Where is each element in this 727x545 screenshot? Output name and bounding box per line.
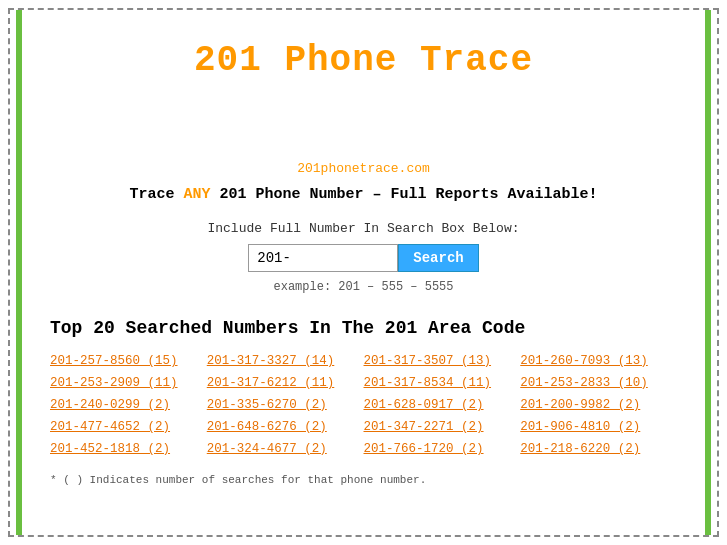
phone-link[interactable]: 201-766-1720 (2): [364, 440, 521, 458]
search-label: Include Full Number In Search Box Below:: [50, 221, 677, 236]
search-example: example: 201 – 555 – 5555: [50, 280, 677, 294]
phone-link[interactable]: 201-906-4810 (2): [520, 418, 677, 436]
tagline: Trace ANY 201 Phone Number – Full Report…: [50, 186, 677, 203]
phone-link[interactable]: 201-240-0299 (2): [50, 396, 207, 414]
search-row: Search: [50, 244, 677, 272]
phone-grid: 201-257-8560 (15)201-317-3327 (14)201-31…: [50, 352, 677, 458]
phone-link[interactable]: 201-253-2909 (11): [50, 374, 207, 392]
phone-link[interactable]: 201-257-8560 (15): [50, 352, 207, 370]
tagline-any: ANY: [183, 186, 210, 203]
phone-link[interactable]: 201-628-0917 (2): [364, 396, 521, 414]
page-title: 201 Phone Trace: [50, 40, 677, 81]
left-border-decoration: [16, 10, 22, 535]
outer-border: 201 Phone Trace 201phonetrace.com Trace …: [8, 8, 719, 537]
phone-link[interactable]: 201-317-6212 (11): [207, 374, 364, 392]
search-button[interactable]: Search: [398, 244, 478, 272]
phone-link[interactable]: 201-218-6220 (2): [520, 440, 677, 458]
phone-link[interactable]: 201-317-3327 (14): [207, 352, 364, 370]
site-url: 201phonetrace.com: [50, 161, 677, 176]
phone-link[interactable]: 201-317-3507 (13): [364, 352, 521, 370]
phone-link[interactable]: 201-317-8534 (11): [364, 374, 521, 392]
section-title: Top 20 Searched Numbers In The 201 Area …: [50, 318, 677, 338]
tagline-suffix: 201 Phone Number – Full Reports Availabl…: [210, 186, 597, 203]
tagline-prefix: Trace: [129, 186, 183, 203]
phone-link[interactable]: 201-200-9982 (2): [520, 396, 677, 414]
phone-link[interactable]: 201-335-6270 (2): [207, 396, 364, 414]
phone-link[interactable]: 201-347-2271 (2): [364, 418, 521, 436]
phone-link[interactable]: 201-452-1818 (2): [50, 440, 207, 458]
search-input[interactable]: [248, 244, 398, 272]
main-content: 201 Phone Trace 201phonetrace.com Trace …: [10, 10, 717, 506]
phone-link[interactable]: 201-324-4677 (2): [207, 440, 364, 458]
footnote: * ( ) Indicates number of searches for t…: [50, 474, 677, 486]
right-border-decoration: [705, 10, 711, 535]
phone-link[interactable]: 201-260-7093 (13): [520, 352, 677, 370]
phone-link[interactable]: 201-253-2833 (10): [520, 374, 677, 392]
phone-link[interactable]: 201-648-6276 (2): [207, 418, 364, 436]
phone-link[interactable]: 201-477-4652 (2): [50, 418, 207, 436]
